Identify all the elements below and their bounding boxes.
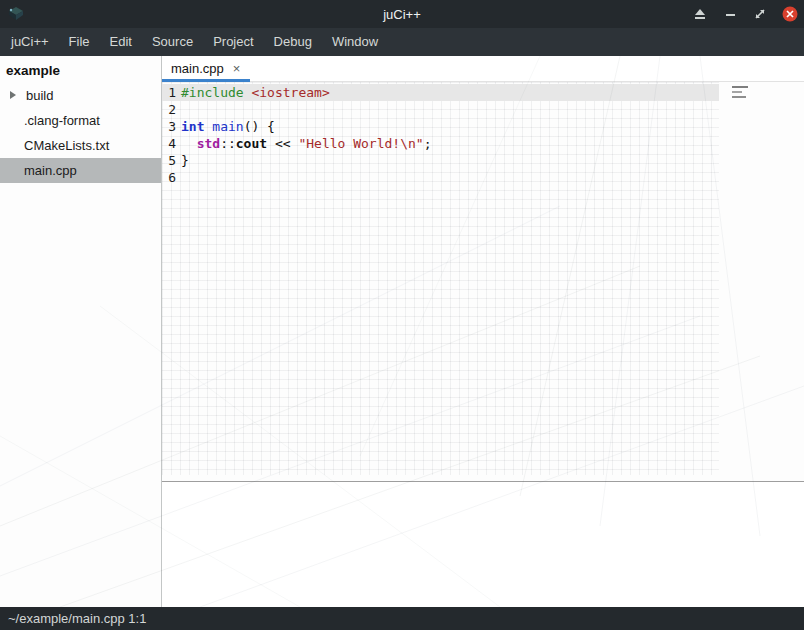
menu-edit[interactable]: Edit [100, 28, 142, 56]
tab-main-cpp[interactable]: main.cpp × [162, 56, 250, 81]
expander-arrow-icon[interactable] [10, 91, 16, 99]
minimize-icon[interactable] [722, 6, 738, 22]
close-icon[interactable] [782, 6, 798, 22]
maximize-icon[interactable] [752, 6, 768, 22]
code-text: #include <iostream> [181, 84, 330, 101]
line-number: 2 [162, 101, 181, 118]
line-number: 1 [162, 84, 181, 101]
project-root-label: example [0, 56, 161, 83]
code-line-3[interactable]: 3int main() { [162, 118, 719, 135]
menu-file[interactable]: File [59, 28, 100, 56]
tree-item-label: CMakeLists.txt [24, 133, 109, 158]
line-number: 3 [162, 118, 181, 135]
tree-item-label: build [26, 83, 53, 108]
menu-juci[interactable]: juCi++ [1, 28, 59, 56]
window-title: juCi++ [0, 7, 804, 22]
juci-logo-icon [7, 6, 25, 22]
code-lines: 1#include <iostream>23int main() {4 std:… [162, 84, 719, 186]
titlebar: juCi++ [0, 0, 804, 28]
tab-close-icon[interactable]: × [233, 62, 241, 75]
code-text: int main() { [181, 118, 275, 135]
tree-item-main-cpp[interactable]: main.cpp [0, 158, 161, 183]
tree-item-build[interactable]: build [0, 83, 161, 108]
code-editor[interactable]: 1#include <iostream>23int main() {4 std:… [162, 82, 804, 481]
statusbar: ~/example/main.cpp 1:1 [0, 607, 804, 630]
code-text: } [181, 152, 189, 169]
code-line-4[interactable]: 4 std::cout << "Hello World!\n"; [162, 135, 719, 152]
tree-item-label: .clang-format [24, 108, 100, 133]
line-number: 5 [162, 152, 181, 169]
code-text: std::cout << "Hello World!\n"; [181, 135, 431, 152]
code-line-5[interactable]: 5} [162, 152, 719, 169]
main-panel: main.cpp × 1#include <iostream>23int mai… [162, 56, 804, 607]
app-window: juCi++ [0, 0, 804, 630]
menubar: juCi++FileEditSourceProjectDebugWindow [0, 28, 804, 56]
window-controls [692, 0, 798, 28]
minimap-mark [732, 91, 742, 93]
tree-item-cmakelists-txt[interactable]: CMakeLists.txt [0, 133, 161, 158]
menu-window[interactable]: Window [322, 28, 388, 56]
content-area: example build.clang-formatCMakeLists.txt… [0, 56, 804, 607]
tab-label: main.cpp [171, 61, 224, 76]
file-tree: build.clang-formatCMakeLists.txtmain.cpp [0, 83, 161, 183]
file-tree-panel: example build.clang-formatCMakeLists.txt… [0, 56, 162, 607]
menu-debug[interactable]: Debug [264, 28, 322, 56]
code-line-2[interactable]: 2 [162, 101, 719, 118]
tree-item-clang-format[interactable]: .clang-format [0, 108, 161, 133]
minimap-mark [732, 96, 746, 98]
tabbar: main.cpp × [162, 56, 804, 82]
menu-source[interactable]: Source [142, 28, 203, 56]
output-pane[interactable] [162, 481, 804, 607]
code-line-6[interactable]: 6 [162, 169, 719, 186]
menu-project[interactable]: Project [203, 28, 263, 56]
code-line-1[interactable]: 1#include <iostream> [162, 84, 719, 101]
keep-above-icon[interactable] [692, 6, 708, 22]
line-number: 6 [162, 169, 181, 186]
minimap-mark [732, 86, 748, 88]
tree-item-label: main.cpp [24, 158, 77, 183]
minimap[interactable] [732, 86, 754, 101]
line-number: 4 [162, 135, 181, 152]
